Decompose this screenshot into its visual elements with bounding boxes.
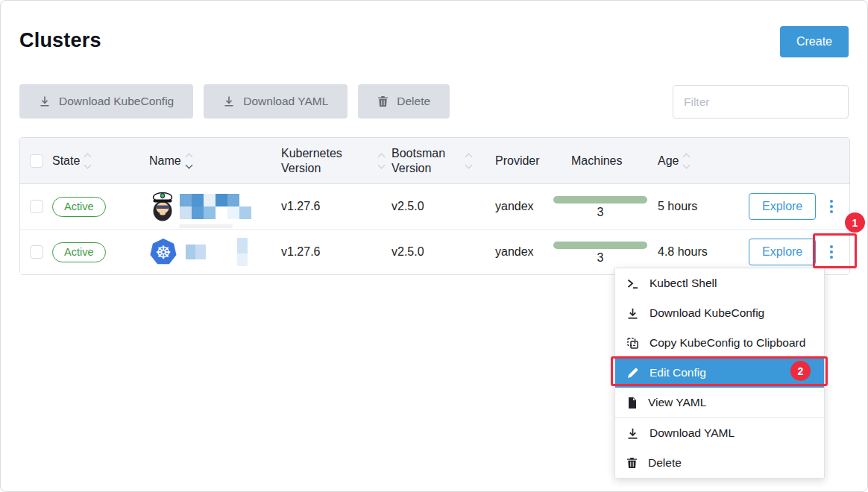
sort-icon bbox=[466, 154, 471, 168]
redacted-cluster-name bbox=[181, 238, 248, 266]
sort-icon bbox=[684, 154, 689, 168]
download-icon bbox=[39, 95, 51, 107]
machines-bar bbox=[553, 196, 647, 204]
file-icon bbox=[626, 397, 638, 409]
menu-item-label: View YAML bbox=[648, 396, 706, 409]
trash-icon bbox=[626, 457, 638, 469]
clusters-table: State Name Kubernetes Version Bootsman V… bbox=[19, 137, 850, 275]
menu-item-download-yaml[interactable]: Download YAML bbox=[615, 418, 824, 448]
menu-item-label: Edit Config bbox=[650, 366, 706, 379]
column-header-age[interactable]: Age bbox=[649, 154, 732, 168]
menu-item-delete[interactable]: Delete bbox=[615, 448, 824, 478]
column-header-bootsman-version[interactable]: Bootsman Version bbox=[391, 146, 479, 174]
menu-item-label: Delete bbox=[648, 456, 682, 470]
cluster-name-cell[interactable]: ☸ bbox=[149, 238, 248, 266]
table-header-row: State Name Kubernetes Version Bootsman V… bbox=[20, 138, 849, 184]
menu-item-download-kubeconfig[interactable]: Download KubeConfig bbox=[615, 298, 824, 328]
menu-item-edit-config[interactable]: Edit Config bbox=[615, 358, 824, 388]
machines-bar bbox=[553, 242, 647, 249]
kubernetes-version-cell: v1.27.6 bbox=[281, 245, 391, 259]
bootsman-version-cell: v2.5.0 bbox=[391, 245, 479, 259]
status-badge: Active bbox=[52, 197, 106, 217]
machines-header-label: Machines bbox=[571, 154, 622, 168]
svg-text:☸: ☸ bbox=[155, 242, 172, 262]
download-kubeconfig-label: Download KubeConfig bbox=[59, 95, 174, 108]
table-row: Active bbox=[20, 184, 849, 230]
create-button[interactable]: Create bbox=[780, 26, 849, 57]
download-yaml-button[interactable]: Download YAML bbox=[204, 84, 347, 119]
row-actions-menu-button[interactable] bbox=[825, 241, 837, 263]
machines-cell: 3 bbox=[553, 195, 647, 219]
sort-icon bbox=[379, 154, 384, 168]
menu-item-label: Download YAML bbox=[650, 426, 735, 440]
cluster-name-cell[interactable] bbox=[149, 191, 251, 222]
column-header-state[interactable]: State bbox=[52, 154, 149, 168]
shell-icon bbox=[626, 277, 639, 290]
machines-count: 3 bbox=[597, 251, 604, 265]
machines-cell: 3 bbox=[553, 240, 647, 265]
row-checkbox[interactable] bbox=[30, 200, 43, 213]
menu-item-label: Copy KubeConfig to Clipboard bbox=[650, 336, 805, 350]
copy-icon bbox=[626, 337, 639, 350]
redacted-cluster-name bbox=[180, 194, 251, 219]
column-header-provider: Provider bbox=[479, 154, 552, 168]
menu-item-label: Kubectl Shell bbox=[650, 277, 717, 290]
row-checkbox[interactable] bbox=[30, 245, 43, 259]
menu-item-copy-kubeconfig[interactable]: Copy KubeConfig to Clipboard bbox=[615, 328, 824, 358]
row-actions-menu-button[interactable] bbox=[825, 195, 837, 218]
menu-item-view-yaml[interactable]: View YAML bbox=[615, 388, 824, 417]
bootsman-version-cell: v2.5.0 bbox=[391, 200, 479, 213]
select-all-checkbox[interactable] bbox=[30, 154, 43, 168]
redacted-cluster-subtext bbox=[179, 224, 233, 228]
sort-desc-icon bbox=[186, 154, 192, 168]
state-header-label: State bbox=[52, 154, 80, 168]
download-icon bbox=[223, 95, 235, 107]
pencil-icon bbox=[626, 367, 639, 379]
download-icon bbox=[626, 307, 639, 320]
kubernetes-version-header-label: Kubernetes Version bbox=[281, 146, 353, 174]
provider-cell: yandex bbox=[479, 200, 552, 213]
trash-icon bbox=[377, 95, 389, 107]
sort-icon bbox=[85, 154, 90, 168]
page-title: Clusters bbox=[19, 29, 101, 52]
filter-input[interactable] bbox=[673, 85, 849, 119]
age-header-label: Age bbox=[658, 154, 679, 168]
download-kubeconfig-button[interactable]: Download KubeConfig bbox=[19, 84, 193, 119]
delete-label: Delete bbox=[397, 95, 430, 108]
age-cell: 4.8 hours bbox=[649, 245, 732, 259]
bulk-actions-toolbar: Download KubeConfig Download YAML Delete bbox=[19, 84, 450, 119]
status-badge: Active bbox=[52, 242, 106, 262]
machines-count: 3 bbox=[597, 206, 604, 219]
menu-item-kubectl-shell[interactable]: Kubectl Shell bbox=[615, 268, 824, 298]
menu-item-label: Download KubeConfig bbox=[650, 306, 764, 320]
bootsman-version-header-label: Bootsman Version bbox=[391, 146, 451, 174]
kubernetes-logo: ☸ bbox=[149, 238, 177, 266]
clusters-page: Clusters Create Download KubeConfig Down… bbox=[0, 0, 868, 492]
captain-avatar bbox=[149, 191, 176, 222]
age-cell: 5 hours bbox=[649, 200, 732, 213]
provider-cell: yandex bbox=[479, 245, 552, 259]
delete-button[interactable]: Delete bbox=[358, 84, 450, 119]
column-header-kubernetes-version[interactable]: Kubernetes Version bbox=[281, 146, 391, 174]
name-header-label: Name bbox=[149, 154, 181, 168]
explore-button[interactable]: Explore bbox=[749, 193, 816, 220]
provider-header-label: Provider bbox=[495, 154, 540, 168]
column-header-name[interactable]: Name bbox=[149, 154, 281, 168]
row-actions-dropdown-menu: Kubectl Shell Download KubeConfig Copy K… bbox=[614, 268, 825, 479]
download-yaml-label: Download YAML bbox=[243, 95, 328, 108]
download-icon bbox=[626, 427, 639, 440]
kubernetes-version-cell: v1.27.6 bbox=[281, 200, 391, 213]
explore-button[interactable]: Explore bbox=[749, 239, 816, 265]
column-header-machines: Machines bbox=[552, 154, 649, 168]
